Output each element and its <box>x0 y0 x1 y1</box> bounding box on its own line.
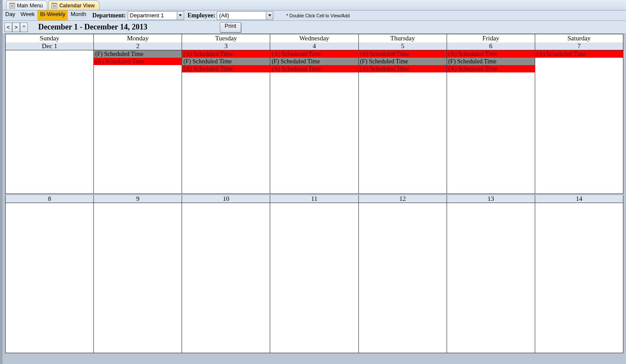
date-cell: 5 <box>359 43 447 50</box>
svg-rect-2 <box>10 5 14 6</box>
day-header: Tuesday <box>182 34 270 43</box>
date-cell: 7 <box>535 43 623 50</box>
day-cell[interactable] <box>6 203 94 353</box>
day-header: Saturday <box>535 34 623 43</box>
tab-calendar-view[interactable]: Calendar View <box>48 0 99 10</box>
day-cell[interactable] <box>6 50 94 193</box>
event-entry[interactable]: (A) Scheduled Time <box>359 65 447 72</box>
day-cell[interactable] <box>447 203 535 353</box>
event-entry[interactable]: (A) Scheduled Time <box>270 65 358 72</box>
day-cell[interactable] <box>270 203 358 353</box>
employee-label: Employee: <box>184 12 217 19</box>
employee-dropdown[interactable]: (All) <box>217 11 273 20</box>
date-cell: 9 <box>94 195 182 203</box>
day-cell[interactable] <box>182 203 270 353</box>
event-entry[interactable]: (F) Scheduled Time <box>94 50 182 58</box>
department-value: Department 1 <box>130 12 164 19</box>
day-cell[interactable]: (A) Scheduled Time(F) Scheduled Time(A) … <box>182 50 270 193</box>
day-header: Friday <box>447 34 535 43</box>
event-entry[interactable]: (F) Scheduled Time <box>182 58 270 65</box>
event-entry[interactable]: (A) Scheduled Time <box>447 65 535 72</box>
day-cell[interactable] <box>94 203 182 353</box>
svg-rect-6 <box>53 5 56 6</box>
event-entry[interactable]: (F) Scheduled Time <box>359 58 447 65</box>
dropdown-arrow-icon <box>266 12 273 20</box>
print-button[interactable]: Print <box>220 22 241 33</box>
day-cell[interactable]: (F) Scheduled Time(A) Scheduled Time <box>94 50 182 193</box>
event-entry[interactable]: (A) Scheduled Time <box>359 50 447 58</box>
next-button[interactable]: > <box>12 23 20 32</box>
day-header: Sunday <box>6 34 94 43</box>
week-1: Dec 1 2 3 4 5 6 7 (F) Scheduled Time(A) … <box>5 43 623 194</box>
prev-button[interactable]: < <box>4 23 12 32</box>
date-cell: 6 <box>447 43 535 50</box>
day-cell[interactable]: (A) Scheduled Time(F) Scheduled Time(A) … <box>447 50 535 193</box>
tab-label: Calendar View <box>59 3 95 9</box>
svg-rect-1 <box>10 3 15 4</box>
svg-marker-8 <box>179 14 182 16</box>
date-cell: Dec 1 <box>6 43 94 50</box>
document-tabstrip: Main Menu Calendar View <box>3 0 626 10</box>
day-cell[interactable] <box>535 203 623 353</box>
day-header: Wednesday <box>270 34 358 43</box>
svg-rect-7 <box>53 7 56 7</box>
form-icon <box>51 3 57 9</box>
svg-rect-3 <box>10 7 14 7</box>
day-cell[interactable] <box>359 203 447 353</box>
up-button[interactable]: ^ <box>20 23 28 32</box>
calendar: Sunday Monday Tuesday Wednesday Thursday… <box>3 34 626 353</box>
event-entry[interactable]: (A) Scheduled Time <box>182 50 270 58</box>
date-row: Dec 1 2 3 4 5 6 7 <box>6 43 623 50</box>
tab-label: Main Menu <box>17 3 43 9</box>
dropdown-arrow-icon <box>177 12 184 20</box>
day-header-row: Sunday Monday Tuesday Wednesday Thursday… <box>5 34 623 43</box>
date-cell: 14 <box>535 195 623 203</box>
event-entry[interactable]: (F) Scheduled Time <box>270 58 358 65</box>
view-day-button[interactable]: Day <box>3 10 18 20</box>
date-cell: 8 <box>6 195 94 203</box>
nav-row: < > ^ December 1 - December 14, 2013 Pri… <box>3 21 626 34</box>
view-toolbar: Day Week Bi-Weekly Month Department: Dep… <box>3 10 626 21</box>
date-cell: 13 <box>447 195 535 203</box>
svg-rect-5 <box>52 3 57 4</box>
view-week-button[interactable]: Week <box>18 10 37 20</box>
day-cell[interactable]: (A) Scheduled Time(F) Scheduled Time(A) … <box>359 50 447 193</box>
date-cell: 2 <box>94 43 182 50</box>
tab-main-menu[interactable]: Main Menu <box>6 0 47 10</box>
event-entry[interactable]: (A) Scheduled Time <box>94 58 182 65</box>
date-cell: 12 <box>359 195 447 203</box>
week-2: 8 9 10 11 12 13 14 <box>5 195 623 353</box>
date-cell: 3 <box>182 43 270 50</box>
week-body <box>6 203 623 353</box>
day-header: Monday <box>94 34 182 43</box>
event-entry[interactable]: (F) Scheduled Time <box>447 58 535 65</box>
event-entry[interactable]: (A) Scheduled Time <box>182 65 270 72</box>
date-cell: 10 <box>182 195 270 203</box>
form-icon <box>9 3 15 9</box>
date-cell: 4 <box>270 43 358 50</box>
date-row: 8 9 10 11 12 13 14 <box>6 195 623 203</box>
department-dropdown[interactable]: Department 1 <box>128 11 184 20</box>
department-label: Department: <box>89 12 128 19</box>
date-range: December 1 - December 14, 2013 <box>38 23 147 32</box>
week-body: (F) Scheduled Time(A) Scheduled Time(A) … <box>6 50 623 193</box>
employee-value: (All) <box>219 12 229 19</box>
hint-text: * Double Click Cell to View/Add <box>286 13 350 18</box>
day-cell[interactable]: (A) Scheduled Time(F) Scheduled Time(A) … <box>270 50 358 193</box>
event-entry[interactable]: (A) Scheduled Time <box>270 50 358 58</box>
view-month-button[interactable]: Month <box>68 10 89 20</box>
svg-marker-9 <box>268 14 272 16</box>
date-cell: 11 <box>270 195 358 203</box>
event-entry[interactable]: (A) Scheduled Time <box>535 50 623 58</box>
event-entry[interactable]: (A) Scheduled Time <box>447 50 535 58</box>
day-cell[interactable]: (A) Scheduled Time <box>535 50 623 193</box>
day-header: Thursday <box>359 34 447 43</box>
view-biweekly-button[interactable]: Bi-Weekly <box>37 10 68 20</box>
